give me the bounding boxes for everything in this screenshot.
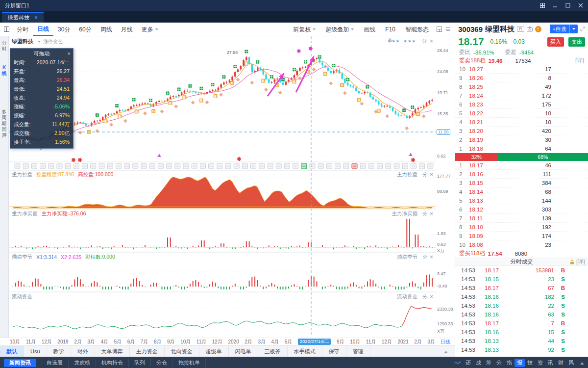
close-button[interactable] [578,3,583,8]
quote-mini-tab-9[interactable]: 财 [556,359,566,367]
workspace-tab-11[interactable]: 保守 [322,346,346,357]
workspace-tab-2[interactable]: 教学 [47,346,71,357]
camera-icon[interactable] [527,26,533,32]
chart-area[interactable]: 27.56BBBBBBBBBBBBBBBBBBBBBB 绿盟科技 涨停变色 ✶✶… [9,36,436,338]
workspace-tab-5[interactable]: 主力资金 [130,346,165,357]
ask-level-row[interactable]: 418.2110 [455,118,588,127]
bid-level-row[interactable]: 718.11139 [455,214,588,223]
ask-level-row[interactable]: 518.2210 [455,109,588,118]
rail-item-multi-period[interactable]: 多周期同屏 [1,109,7,138]
alert-icon[interactable]: ! [535,26,541,32]
workspace-tab-7[interactable]: 超级单 [199,346,229,357]
panel-close-button[interactable]: × [430,38,433,45]
layout-grid-icon[interactable] [540,3,545,8]
period-tab-3[interactable]: 60分 [74,23,96,36]
panel-close-button[interactable]: × [430,210,433,217]
panel-split-button[interactable]: 分 [422,171,427,178]
overlay-dropdown[interactable]: 超级叠加 [321,23,358,36]
period-tab-0[interactable]: 分时 [12,23,33,36]
draw-line-button[interactable]: 画线 [359,23,380,36]
quote-mini-tab-8[interactable]: 讯 [545,359,556,367]
adjust-mode-dropdown[interactable]: 前复权 [289,23,320,36]
chevron-down-icon[interactable] [569,25,578,33]
more-menu[interactable]: 更多 [137,23,163,36]
tab-close-icon[interactable]: × [34,14,38,21]
quote-mini-tab-0[interactable]: 还 [463,359,473,367]
panel-split-button[interactable]: 分 [422,38,427,45]
ask-level-row[interactable]: 118.1864 [455,144,588,153]
panel-grid-icon[interactable] [437,26,442,32]
rail-item-timeshare[interactable]: 分时 [1,40,7,52]
add-watchlist-button[interactable]: +自选 [550,25,578,33]
drawn-line-price-label[interactable]: 11.56 [437,129,450,135]
workspace-tab-4[interactable]: 大单博弈 [95,346,130,357]
ask-level-row[interactable]: 718.24172 [455,91,588,100]
info-box-close-icon[interactable]: × [68,50,71,58]
panel-close-button[interactable]: × [430,293,433,300]
quote-mini-tab-4[interactable]: 指 [504,359,514,367]
bid-level-row[interactable]: 218.16111 [455,170,588,179]
expand-icon[interactable] [580,26,585,31]
panel-close-button[interactable]: × [430,171,433,178]
chevron-up-icon[interactable] [580,360,584,366]
ask-level-row[interactable]: 318.20420 [455,127,588,135]
period-tab-1[interactable]: 日线 [33,23,53,36]
bid-level-row[interactable]: 318.15384 [455,179,588,187]
bid-level-row[interactable]: 118.1746 [455,161,588,170]
period-tab-4[interactable]: 周线 [96,23,117,36]
bid-level-row[interactable]: 618.12303 [455,205,588,214]
chevron-down-icon[interactable] [38,41,41,43]
buy-button[interactable]: 买入 [547,37,564,47]
lock-icon[interactable] [570,260,574,264]
statusbar-tab-4[interactable]: 队列 [129,359,151,367]
collapse-chevron-icon[interactable] [444,348,448,354]
period-tab-5[interactable]: 月线 [117,23,137,36]
panel-list-icon[interactable] [445,26,451,32]
detail-link[interactable]: [详] [575,57,584,64]
quote-mini-tab-2[interactable]: 筹 [484,359,494,367]
ask-level-row[interactable]: 1018.2717 [455,65,588,74]
quote-mini-tab-6[interactable]: 技 [525,359,535,367]
workspace-tab-12[interactable]: 管理 [346,346,370,357]
workspace-tab-8[interactable]: 闪电单 [229,346,258,357]
smart-pattern-button[interactable]: 智能形态 [401,23,433,36]
maximize-button[interactable] [565,3,570,8]
quote-mini-tab-1[interactable]: 成 [473,359,484,367]
layout-icon[interactable] [4,26,9,32]
panel-close-button[interactable]: × [430,254,433,261]
ask-level-row[interactable]: 218.1930 [455,135,588,144]
sell-button[interactable]: 卖出 [568,37,585,47]
statusbar-tab-3[interactable]: 机构持仓 [96,359,129,367]
quote-mini-tab-3[interactable]: 分 [494,359,504,367]
ask-level-row[interactable]: 618.23175 [455,100,588,109]
workspace-tab-0[interactable]: 默认 [0,346,24,357]
quote-mini-tab-5[interactable]: 报 [514,359,525,367]
chart-symbol-name[interactable]: 绿盟科技 [12,38,33,45]
statusbar-tab-2[interactable]: 龙虎榜 [69,359,96,367]
period-tab-2[interactable]: 30分 [53,23,74,36]
limit-color-toggle[interactable]: 涨停变色 [43,38,63,45]
bid-level-row[interactable]: 818.10192 [455,223,588,232]
draggable-info-box[interactable]: 可拖动 × 时间:2020-07-14/二开盘:26.27最高:26.34最低:… [10,48,74,149]
panel-split-button[interactable]: 分 [422,210,427,217]
ask-level-row[interactable]: 918.268 [455,74,588,82]
bid-level-row[interactable]: 418.1468 [455,187,588,196]
tab-stock[interactable]: 绿盟科技 × [2,12,44,23]
wave-icon[interactable] [454,360,461,365]
quote-mini-tab-10[interactable]: 风 [566,359,576,367]
statusbar-tab-0[interactable]: 新闻资讯 [4,359,36,367]
workspace-tab-1[interactable]: Usu [24,346,47,357]
rail-item-kline[interactable]: K线 [1,65,7,77]
bid-level-row[interactable]: 918.09174 [455,232,588,240]
workspace-tab-3[interactable]: 对外 [71,346,95,357]
statusbar-tab-5[interactable]: 分仓 [151,359,173,367]
f10-button[interactable]: F10 [381,23,400,36]
bid-level-row[interactable]: 518.13144 [455,196,588,205]
workspace-tab-10[interactable]: 水手模式 [288,346,322,357]
statusbar-tab-1[interactable]: 自选股 [41,359,69,367]
minimize-button[interactable] [553,3,558,8]
tick-detail-link[interactable]: [详] [576,258,585,265]
quote-mini-tab-7[interactable]: 资 [535,359,545,367]
statusbar-tab-6[interactable]: 拖拉机单 [173,359,206,367]
workspace-tab-9[interactable]: 三板斧 [258,346,288,357]
